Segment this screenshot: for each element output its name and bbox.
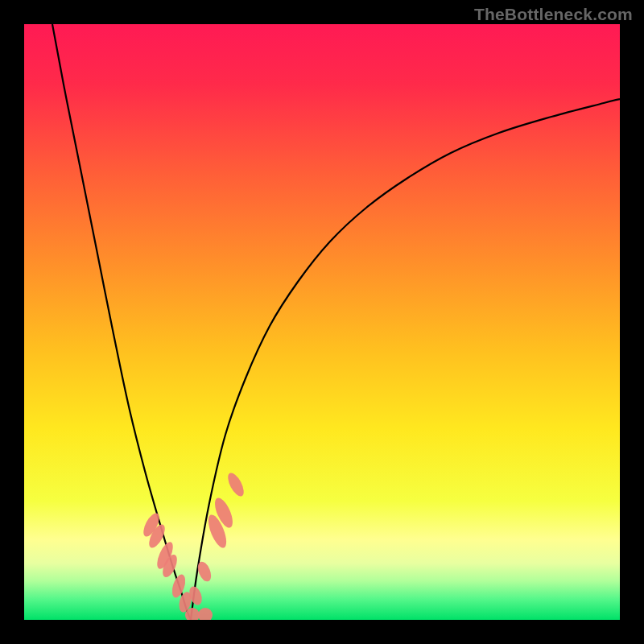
curve-right-branch: [191, 99, 620, 620]
curve-layer: [24, 24, 620, 620]
curve-marker: [198, 608, 213, 620]
marker-group: [140, 471, 246, 620]
curve-marker: [225, 471, 246, 499]
plot-area: [24, 24, 620, 620]
watermark-text: TheBottleneck.com: [474, 5, 633, 24]
chart-stage: TheBottleneck.com: [0, 0, 644, 644]
curve-left-branch: [52, 24, 191, 620]
